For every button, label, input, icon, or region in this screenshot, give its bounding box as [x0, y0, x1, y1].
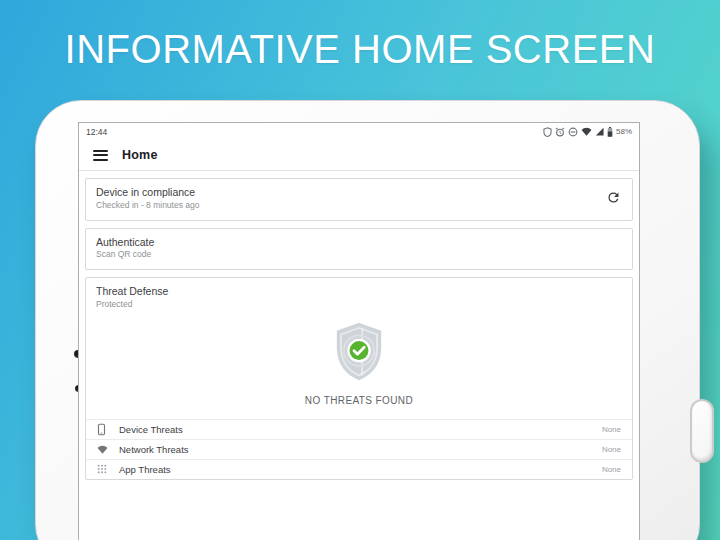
device-threats-label: Device Threats [119, 424, 183, 435]
device-threats-row[interactable]: Device Threats None [86, 419, 632, 439]
authenticate-title: Authenticate [96, 235, 622, 250]
protection-shield-icon [86, 321, 632, 386]
smartphone-icon [97, 423, 110, 436]
threat-defense-subtitle: Protected [96, 299, 622, 311]
content-area: Device in compliance Checked in - 8 minu… [79, 171, 639, 540]
app-grid-icon [97, 464, 110, 474]
refresh-icon [606, 190, 621, 208]
threat-status-message: NO THREATS FOUND [86, 395, 632, 406]
compliance-subtitle: Checked in - 8 minutes ago [96, 200, 622, 212]
network-threats-row[interactable]: Network Threats None [86, 439, 632, 459]
battery-percent: 58% [616, 127, 632, 136]
authenticate-card[interactable]: Authenticate Scan QR code [85, 228, 633, 271]
refresh-button[interactable] [604, 190, 622, 208]
network-threats-label: Network Threats [119, 444, 189, 455]
do-not-disturb-icon [568, 127, 578, 137]
device-screen: 12:44 58% Home Device in compliance Chec… [78, 122, 640, 540]
app-bar: Home [79, 140, 639, 171]
alarm-icon [555, 127, 565, 137]
vpn-shield-icon [543, 127, 552, 137]
wifi-icon [581, 127, 592, 136]
status-bar: 12:44 58% [79, 123, 639, 140]
battery-icon [607, 127, 613, 137]
app-threats-value: None [602, 465, 621, 474]
network-threats-value: None [602, 445, 621, 454]
compliance-card[interactable]: Device in compliance Checked in - 8 minu… [85, 178, 633, 221]
app-threats-label: App Threats [119, 464, 171, 475]
clock: 12:44 [86, 127, 107, 137]
authenticate-subtitle: Scan QR code [96, 249, 622, 261]
device-threats-value: None [602, 425, 621, 434]
cell-signal-icon [595, 127, 604, 136]
threat-defense-title: Threat Defense [96, 284, 622, 299]
home-button[interactable] [690, 399, 714, 463]
app-threats-row[interactable]: App Threats None [86, 459, 632, 479]
threat-defense-card: Threat Defense Protected NO THREATS FOUN… [85, 277, 633, 480]
compliance-title: Device in compliance [96, 185, 622, 200]
page-title: INFORMATIVE HOME SCREEN [0, 27, 720, 72]
network-wifi-icon [97, 445, 110, 454]
hamburger-menu-icon[interactable] [93, 150, 108, 161]
app-bar-title: Home [122, 148, 158, 162]
